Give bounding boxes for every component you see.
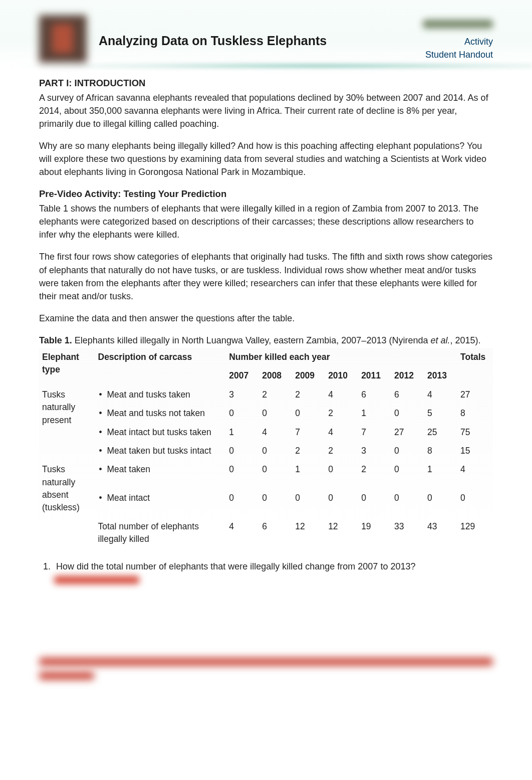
group-tusks-present: Tusks naturally present bbox=[39, 385, 95, 461]
cell: 1 bbox=[226, 423, 259, 442]
year-2010: 2010 bbox=[325, 366, 358, 385]
cell: 4 bbox=[325, 385, 358, 404]
row6-desc: Meat intact bbox=[98, 493, 150, 503]
blurred-footer-short bbox=[39, 672, 94, 680]
cell: 25 bbox=[424, 423, 457, 442]
part1-heading: PART I: INTRODUCTION bbox=[39, 77, 493, 90]
cell: 0 bbox=[259, 489, 292, 517]
total-cell: 6 bbox=[259, 517, 292, 549]
table1-caption-italic: et al. bbox=[430, 335, 450, 345]
table1-label: Table 1. bbox=[39, 335, 72, 345]
cell: 7 bbox=[358, 423, 391, 442]
row-total: 0 bbox=[457, 489, 493, 517]
cell: 0 bbox=[259, 442, 292, 460]
cell: 0 bbox=[391, 442, 424, 460]
col-description: Description of carcass bbox=[95, 348, 226, 385]
table1: Elephant type Description of carcass Num… bbox=[39, 348, 493, 549]
cell: 6 bbox=[358, 385, 391, 404]
intro-para-2: Why are so many elephants being illegall… bbox=[39, 139, 493, 178]
cell: 0 bbox=[325, 489, 358, 517]
cell: 1 bbox=[358, 404, 391, 423]
year-2012: 2012 bbox=[391, 366, 424, 385]
cell: 0 bbox=[424, 489, 457, 517]
total-label: Total number of elephants illegally kill… bbox=[95, 517, 226, 549]
grand-total: 129 bbox=[457, 517, 493, 549]
blurred-answer bbox=[54, 576, 139, 584]
col-totals: Totals bbox=[457, 348, 493, 385]
cell: 2 bbox=[292, 442, 325, 460]
cell: 1 bbox=[424, 460, 457, 489]
cell: 5 bbox=[424, 404, 457, 423]
cell: 6 bbox=[391, 385, 424, 404]
cell: 0 bbox=[226, 442, 259, 460]
row5-desc: Meat taken bbox=[98, 464, 151, 474]
year-2007: 2007 bbox=[226, 366, 259, 385]
year-2013: 2013 bbox=[424, 366, 457, 385]
cell: 0 bbox=[259, 460, 292, 489]
cell: 0 bbox=[292, 404, 325, 423]
cell: 0 bbox=[358, 489, 391, 517]
cell: 0 bbox=[292, 489, 325, 517]
total-cell: 12 bbox=[325, 517, 358, 549]
row2-desc: Meat and tusks not taken bbox=[98, 408, 205, 418]
col-number-killed: Number killed each year bbox=[226, 348, 457, 366]
total-cell: 43 bbox=[424, 517, 457, 549]
cell: 27 bbox=[391, 423, 424, 442]
table-row: Tusks naturally absent (tuskless) Meat t… bbox=[39, 460, 493, 489]
intro-para-1: A survey of African savanna elephants re… bbox=[39, 91, 493, 130]
cell: 0 bbox=[226, 489, 259, 517]
question-list: How did the total number of elephants th… bbox=[39, 560, 493, 573]
cell: 7 bbox=[292, 423, 325, 442]
intro-para-5: Examine the data and then answer the que… bbox=[39, 312, 493, 325]
cell: 4 bbox=[325, 423, 358, 442]
cell: 0 bbox=[391, 404, 424, 423]
activity-label: Activity bbox=[464, 37, 493, 47]
cell: 8 bbox=[424, 442, 457, 460]
row-total: 27 bbox=[457, 385, 493, 404]
row-total: 8 bbox=[457, 404, 493, 423]
footer-blurred bbox=[39, 658, 493, 680]
total-cell: 4 bbox=[226, 517, 259, 549]
row-total: 15 bbox=[457, 442, 493, 460]
cell: 0 bbox=[226, 460, 259, 489]
total-cell: 33 bbox=[391, 517, 424, 549]
cell: 2 bbox=[259, 385, 292, 404]
year-2009: 2009 bbox=[292, 366, 325, 385]
table-row: Meat and tusks not taken 0 0 0 2 1 0 5 8 bbox=[39, 404, 493, 423]
page-title: Analyzing Data on Tuskless Elephants bbox=[99, 32, 423, 50]
total-cell: 12 bbox=[292, 517, 325, 549]
cell: 3 bbox=[358, 442, 391, 460]
year-2011: 2011 bbox=[358, 366, 391, 385]
cell: 4 bbox=[259, 423, 292, 442]
row4-desc: Meat taken but tusks intact bbox=[98, 446, 211, 456]
blurred-logo bbox=[423, 20, 493, 29]
table-row: Meat intact but tusks taken 1 4 7 4 7 27… bbox=[39, 423, 493, 442]
col-elephant-type: Elephant type bbox=[39, 348, 95, 385]
cell: 0 bbox=[391, 489, 424, 517]
header-right: Activity Student Handout bbox=[423, 17, 493, 61]
row3-desc: Meat intact but tusks taken bbox=[98, 427, 211, 437]
intro-para-4: The first four rows show categories of e… bbox=[39, 250, 493, 302]
document-thumbnail bbox=[39, 15, 87, 63]
question-1: How did the total number of elephants th… bbox=[53, 560, 493, 573]
table-total-row: Total number of elephants illegally kill… bbox=[39, 517, 493, 549]
cell: 2 bbox=[292, 385, 325, 404]
cell: 3 bbox=[226, 385, 259, 404]
cell: 2 bbox=[325, 442, 358, 460]
cell: 2 bbox=[358, 460, 391, 489]
table1-caption: Table 1. Elephants killed illegally in N… bbox=[39, 334, 493, 347]
cell: 0 bbox=[226, 404, 259, 423]
table-row: Meat taken but tusks intact 0 0 2 2 3 0 … bbox=[39, 442, 493, 460]
year-2008: 2008 bbox=[259, 366, 292, 385]
table1-caption-tail: , 2015). bbox=[450, 335, 480, 345]
table-row: Meat intact 0 0 0 0 0 0 0 0 bbox=[39, 489, 493, 517]
handout-label: Student Handout bbox=[425, 50, 493, 60]
cell: 1 bbox=[292, 460, 325, 489]
group-tuskless: Tusks naturally absent (tuskless) bbox=[39, 460, 95, 517]
prevideo-subhead: Pre-Video Activity: Testing Your Predict… bbox=[39, 187, 493, 201]
cell: 0 bbox=[325, 460, 358, 489]
table-row: Tusks naturally present Meat and tusks t… bbox=[39, 385, 493, 404]
blurred-footer-line bbox=[39, 658, 493, 666]
row-total: 4 bbox=[457, 460, 493, 489]
cell: 4 bbox=[424, 385, 457, 404]
